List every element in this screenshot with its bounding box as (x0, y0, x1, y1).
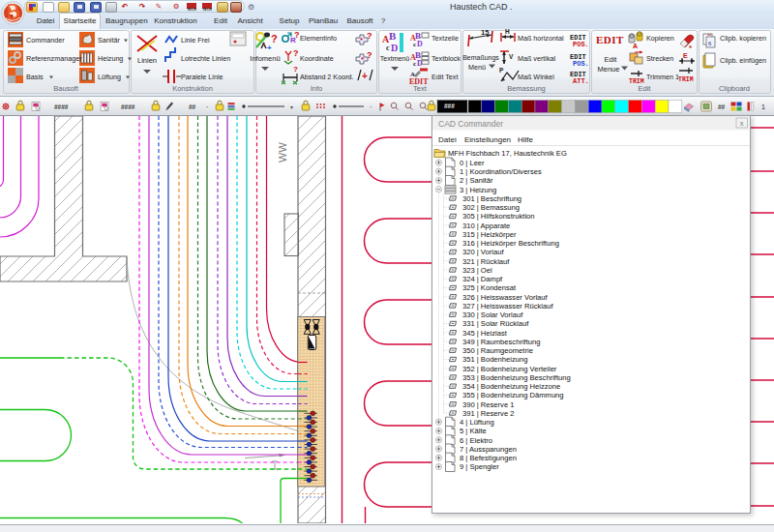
svg-text:TRIM: TRIM (629, 78, 644, 85)
svg-text:15: 15 (481, 29, 489, 37)
svg-text:5 | Kälte: 5 | Kälte (460, 427, 487, 435)
svg-text:TRIM: TRIM (678, 76, 694, 83)
svg-text:391 | Reserve 2: 391 | Reserve 2 (462, 409, 514, 418)
svg-text:326 | Heisswasser Vorlauf: 326 | Heisswasser Vorlauf (462, 293, 549, 302)
svg-text:310 | Apparate: 310 | Apparate (462, 222, 510, 230)
svg-text:316 | Heizkörper Beschriftun: 316 | Heizkörper Beschriftung (462, 239, 559, 248)
svg-text:Edit: Edit (639, 84, 652, 93)
svg-text:302 | Bemassung: 302 | Bemassung (462, 203, 520, 212)
svg-text:Bemassung: Bemassung (507, 84, 546, 93)
svg-text:Abstand 2 Koord.: Abstand 2 Koord. (300, 73, 354, 81)
svg-text:Paralele Linie: Paralele Linie (181, 73, 223, 81)
svg-text:315 | Heizkörper: 315 | Heizkörper (462, 230, 517, 239)
svg-text:?: ? (293, 48, 299, 58)
svg-text:?: ? (271, 33, 278, 44)
svg-text:Infomenü: Infomenü (250, 54, 280, 63)
svg-text:▾: ▾ (290, 104, 293, 110)
svg-text:####: #### (121, 103, 135, 110)
svg-text:##: ## (718, 103, 726, 110)
svg-text:Bausoft: Bausoft (53, 84, 78, 93)
svg-text:EDIT: EDIT (596, 34, 624, 45)
svg-text:?: ? (367, 50, 372, 60)
svg-text:327 | Heisswasser Rücklauf: 327 | Heisswasser Rücklauf (462, 302, 553, 310)
svg-text:8 | Befestigungen: 8 | Befestigungen (460, 454, 517, 462)
svg-text:###: ### (444, 103, 455, 109)
svg-text:351 | Bodenheizung: 351 | Bodenheizung (462, 355, 527, 364)
svg-text:c: c (386, 44, 390, 52)
svg-text:1: 1 (761, 103, 765, 110)
svg-text:Clipb. kopieren: Clipb. kopieren (720, 34, 766, 43)
svg-text:323 | Oel: 323 | Oel (462, 266, 492, 275)
svg-text:V: V (509, 53, 514, 60)
svg-text:Sanitär: Sanitär (98, 36, 120, 44)
svg-text:Strecken: Strecken (646, 54, 673, 63)
svg-text:0 | Leer: 0 | Leer (460, 159, 485, 167)
svg-text:Textmenü: Textmenü (380, 55, 409, 62)
svg-text:Menue: Menue (598, 65, 620, 74)
svg-text:?: ? (367, 31, 372, 41)
svg-text:Menü: Menü (468, 63, 486, 72)
svg-text:350 | Raumgeometrie: 350 | Raumgeometrie (462, 346, 533, 355)
svg-text:2 | Sanitär: 2 | Sanitär (460, 176, 493, 185)
svg-text:####: #### (54, 103, 69, 110)
svg-text:9 | Spengler: 9 | Spengler (460, 462, 499, 471)
svg-text:+: + (267, 44, 272, 52)
svg-text:H: H (505, 29, 510, 35)
svg-text:MFH Fischbach 17, Haustechnik: MFH Fischbach 17, Haustechnik EG (448, 149, 567, 158)
svg-text:EDIT: EDIT (409, 77, 429, 86)
svg-text:E: E (683, 52, 688, 59)
svg-text:331 | Solar Rücklauf: 331 | Solar Rücklauf (462, 319, 529, 328)
svg-text:352 | Bodenheizung Verteiler: 352 | Bodenheizung Verteiler (462, 365, 557, 373)
svg-text:Linie Frei: Linie Frei (181, 36, 210, 44)
svg-text:-: - (370, 103, 372, 109)
svg-text:7 | Aussparungen: 7 | Aussparungen (460, 445, 517, 454)
svg-text:B: B (389, 30, 397, 42)
svg-text:Heizung: Heizung (98, 54, 123, 63)
svg-text:324 | Dampf: 324 | Dampf (462, 275, 503, 283)
svg-text:353 | Bodenheizung Beschrift: 353 | Bodenheizung Beschriftung (462, 373, 571, 382)
svg-text:POS.: POS. (573, 60, 589, 68)
svg-text:325 | Kondensat: 325 | Kondensat (462, 283, 517, 292)
svg-text:Elementinfo: Elementinfo (300, 34, 337, 43)
svg-text:Edit: Edit (605, 55, 618, 64)
svg-text:Bemaßungs: Bemaßungs (462, 54, 499, 62)
svg-text:305 | Hilfskonstruktion: 305 | Hilfskonstruktion (462, 212, 535, 221)
svg-text:Konstruktion: Konstruktion (172, 84, 213, 93)
svg-text:Clipboard: Clipboard (719, 84, 750, 93)
svg-text:WW: WW (277, 142, 288, 163)
svg-text:Referenzmanager: Referenzmanager (26, 54, 82, 63)
svg-text:Einstellungen: Einstellungen (464, 135, 511, 144)
svg-text:Trimmen 1: Trimmen 1 (646, 73, 679, 81)
svg-text:Maß vertikal: Maß vertikal (518, 54, 556, 63)
svg-text:Basis: Basis (26, 73, 44, 81)
svg-text:A: A (633, 43, 638, 49)
svg-text:?: ? (294, 30, 300, 40)
svg-text:c: c (413, 41, 416, 48)
svg-text:+: + (362, 71, 368, 81)
svg-text:-: - (206, 103, 209, 109)
svg-text:354 | Bodenheizung Heizzone: 354 | Bodenheizung Heizzone (462, 382, 560, 391)
svg-text:321 | Rücklauf: 321 | Rücklauf (462, 257, 510, 266)
svg-text:301 | Beschriftung: 301 | Beschriftung (462, 194, 521, 203)
svg-text:Lotrechte Linien: Lotrechte Linien (181, 54, 230, 63)
svg-text:CAD Commander: CAD Commander (438, 119, 503, 129)
svg-text:ATT.: ATT. (573, 77, 589, 85)
svg-text:P: P (499, 67, 504, 74)
svg-text:3 | Heizung: 3 | Heizung (460, 186, 496, 194)
svg-text:390 | Reserve 1: 390 | Reserve 1 (462, 400, 514, 409)
svg-text:1 | Koordination/Diverses: 1 | Koordination/Diverses (460, 167, 542, 176)
svg-text:Edit Text: Edit Text (432, 73, 458, 81)
svg-text:Commander: Commander (26, 36, 65, 44)
svg-text:Datei: Datei (438, 135, 457, 144)
svg-text:Linien: Linien (137, 56, 157, 65)
svg-text:D: D (417, 40, 423, 48)
svg-text:x: x (740, 119, 744, 128)
svg-text:320 | Vorlauf: 320 | Vorlauf (462, 248, 504, 256)
svg-text:Maß horizontal: Maß horizontal (518, 34, 564, 43)
svg-text:6 | Elektro: 6 | Elektro (460, 436, 492, 445)
svg-text:355 | Bodenheizung Dämmung: 355 | Bodenheizung Dämmung (462, 391, 564, 399)
svg-text:##: ## (189, 103, 196, 110)
svg-text:POS.: POS. (573, 41, 589, 48)
svg-text:?: ? (293, 65, 298, 74)
svg-text:Kopieren: Kopieren (646, 34, 674, 43)
